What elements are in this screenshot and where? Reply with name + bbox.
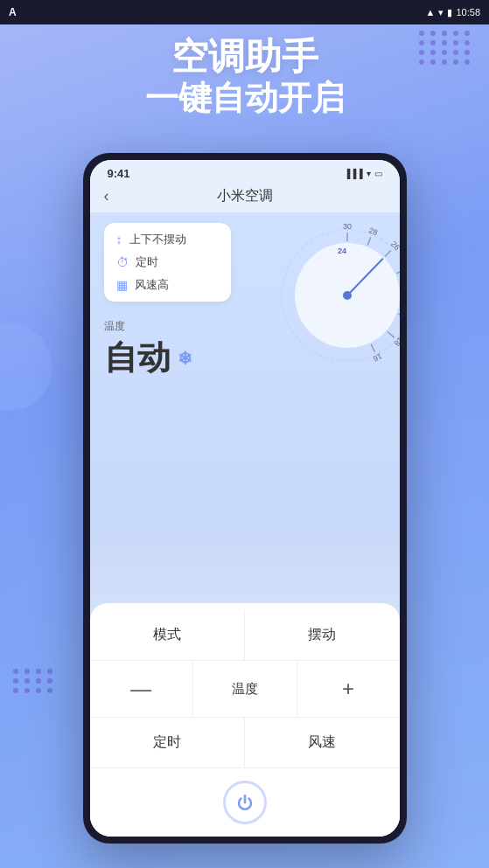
speed-control[interactable]: ▦ 风速高 (116, 277, 219, 293)
mode-swing-row: 模式 摆动 (90, 610, 400, 661)
control-top: ↕ 上下不摆动 ⏱ 定时 ▦ 风速高 (90, 212, 400, 312)
svg-text:28: 28 (367, 226, 379, 237)
svg-line-7 (398, 314, 400, 316)
speed-label: 风速高 (135, 277, 169, 293)
svg-line-9 (371, 344, 374, 352)
temp-label-center: 温度 (193, 661, 297, 717)
ac-content: ↕ 上下不摆动 ⏱ 定时 ▦ 风速高 (90, 212, 400, 837)
bottom-controls: 模式 摆动 — 温度 + 定时 风速 (90, 603, 400, 837)
timer-icon: ⏱ (116, 255, 129, 269)
title-area: 空调助手 一键自动开启 (0, 35, 489, 119)
swing-label: 上下不摆动 (129, 232, 186, 247)
app-header: ‹ 小米空调 (90, 184, 400, 212)
phone-signal-icon: ▐▐▐ (344, 169, 362, 178)
status-bar-right: ▲ ▾ ▮ 10:58 (426, 7, 480, 18)
wifi-icon: ▾ (438, 7, 444, 18)
app-title-line1: 空调助手 (0, 35, 489, 79)
svg-line-5 (396, 270, 399, 274)
swing-button[interactable]: 摆动 (245, 610, 400, 660)
back-button[interactable]: ‹ (104, 187, 109, 205)
app-title-line2: 一键自动开启 (0, 79, 489, 119)
swing-icon: ↕ (116, 233, 122, 247)
bg-decoration-dots-bottom (13, 669, 54, 693)
phone-wifi-icon: ▾ (367, 169, 371, 178)
mode-button[interactable]: 模式 (90, 610, 245, 660)
svg-text:30: 30 (342, 222, 351, 231)
temperature-row: — 温度 + (90, 661, 400, 718)
phone-time: 9:41 (108, 167, 130, 180)
power-button[interactable] (223, 781, 267, 824)
dial-svg: 30 28 26 24 22 20 18 16 (269, 217, 400, 374)
svg-text:24: 24 (337, 247, 346, 255)
timer-label: 定时 (136, 254, 158, 270)
temp-minus-button[interactable]: — (90, 661, 193, 717)
temp-plus-button[interactable]: + (297, 661, 400, 717)
snowflake-icon: ❄ (178, 348, 192, 369)
app-header-title: 小米空调 (217, 187, 273, 205)
svg-line-3 (367, 237, 371, 245)
status-bar: A ▲ ▾ ▮ 10:58 (0, 0, 489, 24)
battery-icon: ▮ (447, 7, 452, 18)
power-row (90, 768, 400, 837)
timer-speed-row: 定时 风速 (90, 718, 400, 768)
timer-button[interactable]: 定时 (90, 718, 245, 767)
swing-control[interactable]: ↕ 上下不摆动 (116, 232, 219, 247)
status-time: 10:58 (456, 7, 480, 17)
phone-mockup: 9:41 ▐▐▐ ▾ ▭ ‹ 小米空调 ↕ 上下不摆动 (83, 153, 407, 844)
temperature-dial: 30 28 26 24 22 20 18 16 (269, 217, 400, 374)
bg-decoration-circle (0, 323, 52, 411)
status-app-label: A (9, 6, 17, 18)
signal-icon: ▲ (426, 7, 436, 17)
svg-line-4 (385, 250, 391, 256)
phone-status-icons: ▐▐▐ ▾ ▭ (344, 169, 381, 178)
phone-battery-icon: ▭ (374, 169, 382, 178)
phone-screen: 9:41 ▐▐▐ ▾ ▭ ‹ 小米空调 ↕ 上下不摆动 (90, 160, 400, 837)
svg-line-8 (388, 331, 394, 337)
speed-button[interactable]: 风速 (245, 718, 400, 767)
controls-card: ↕ 上下不摆动 ⏱ 定时 ▦ 风速高 (104, 223, 231, 302)
power-icon (235, 793, 255, 812)
temp-text: 自动 (104, 336, 171, 380)
svg-point-19 (343, 291, 352, 300)
phone-status-bar: 9:41 ▐▐▐ ▾ ▭ (90, 160, 400, 184)
timer-control[interactable]: ⏱ 定时 (116, 254, 219, 270)
svg-text:16: 16 (371, 351, 382, 363)
speed-icon: ▦ (116, 278, 128, 292)
